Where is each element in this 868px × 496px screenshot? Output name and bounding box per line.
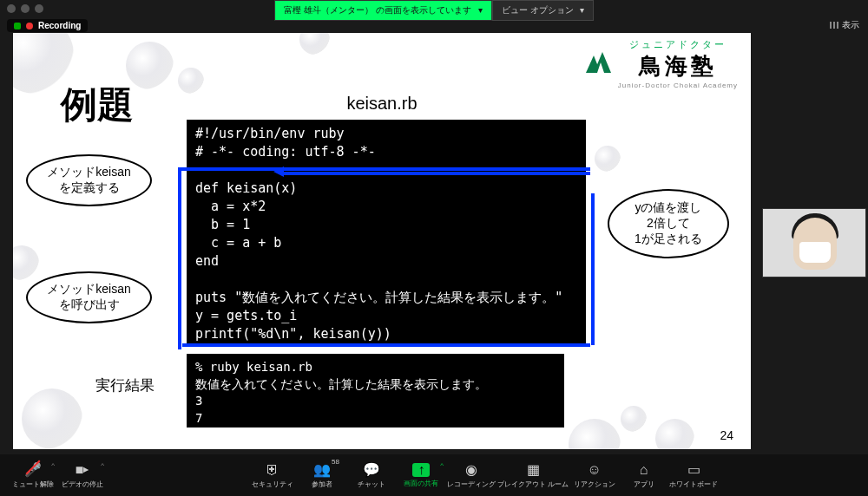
logo-title: 鳥海塾 xyxy=(618,51,738,82)
water-drop-decor xyxy=(22,388,82,449)
sharing-status-text: 富樫 雄斗（メンター） の画面を表示しています xyxy=(284,5,471,15)
close-dot[interactable] xyxy=(7,4,16,13)
share-icon: ↑ xyxy=(412,463,430,477)
participants-button[interactable]: 👥 58 参加者 xyxy=(299,456,346,494)
minimize-dot[interactable] xyxy=(21,4,30,13)
breakout-button[interactable]: ▦ ブレイクアウト ルーム xyxy=(497,456,569,494)
code-block-main: #!/usr/bin/env ruby # -*- coding: utf-8 … xyxy=(187,120,586,345)
callout-define-method: メソッドkeisan を定義する xyxy=(26,154,152,206)
record-label: レコーディング xyxy=(447,480,496,489)
apps-label: アプリ xyxy=(634,480,654,489)
whiteboard-icon: ▭ xyxy=(687,462,700,478)
callout-call-method: メソッドkeisan を呼び出す xyxy=(26,271,152,323)
recording-indicator: Recording xyxy=(7,19,88,32)
page-number: 24 xyxy=(720,428,733,442)
dropdown-icon: ▾ xyxy=(580,5,584,15)
chevron-up-icon[interactable]: ^ xyxy=(51,461,55,469)
result-label: 実行結果 xyxy=(95,375,155,395)
callout-text: yの値を渡し 2倍して 1が足される xyxy=(635,200,702,247)
arrow-head-icon xyxy=(273,166,284,177)
chevron-up-icon[interactable]: ^ xyxy=(440,461,444,469)
water-drop-decor xyxy=(13,245,39,280)
window-traffic-lights xyxy=(7,4,43,13)
breakout-label: ブレイクアウト ルーム xyxy=(497,480,569,489)
water-drop-decor xyxy=(178,68,204,94)
recording-label: Recording xyxy=(38,21,81,30)
view-label: 表示 xyxy=(842,19,859,31)
water-drop-decor xyxy=(655,419,694,449)
sharing-top-bar: 富樫 雄斗（メンター） の画面を表示しています ▾ ビュー オプション ▾ xyxy=(274,0,594,21)
record-button[interactable]: ◉ レコーディング xyxy=(447,456,496,494)
slide-title: 例題 xyxy=(61,81,134,129)
chat-button[interactable]: 💬 チャット xyxy=(348,456,396,494)
mute-button[interactable]: 🎤 ミュート解除 ^ xyxy=(9,456,56,494)
maximize-dot[interactable] xyxy=(35,4,43,13)
file-name: keisan.rb xyxy=(346,94,417,114)
people-icon: 👥 xyxy=(313,462,331,478)
sharing-status: 富樫 雄斗（メンター） の画面を表示しています ▾ xyxy=(274,0,492,21)
record-icon xyxy=(26,23,33,29)
shield-icon xyxy=(14,23,21,29)
smile-icon: ☺ xyxy=(587,462,601,478)
chat-label: チャット xyxy=(358,480,385,489)
highlight-bracket-right xyxy=(586,193,595,345)
chat-icon: 💬 xyxy=(363,462,380,478)
view-options-button[interactable]: ビュー オプション ▾ xyxy=(492,0,594,21)
mute-label: ミュート解除 xyxy=(12,480,54,489)
chevron-up-icon[interactable]: ^ xyxy=(101,461,104,469)
security-button[interactable]: ⛨ セキュリティ xyxy=(249,456,297,494)
participants-label: 参加者 xyxy=(312,480,332,489)
view-options-label: ビュー オプション xyxy=(502,5,574,15)
code-block-result: % ruby keisan.rb 数値を入れてください。計算した結果を表示します… xyxy=(187,354,564,427)
apps-icon: ⌂ xyxy=(640,462,648,478)
avatar-mask xyxy=(799,242,831,263)
water-drop-decor xyxy=(569,419,621,449)
security-label: セキュリティ xyxy=(252,480,293,489)
shared-slide: ジュニアドクター 鳥海塾 Junior-Doctor Chokai Academ… xyxy=(13,33,751,449)
callout-pass-value: yの値を渡し 2倍して 1が足される xyxy=(608,189,729,258)
view-toggle[interactable]: 表示 xyxy=(830,19,859,31)
callout-text: メソッドkeisan を呼び出す xyxy=(47,282,130,313)
participants-count: 58 xyxy=(332,458,339,466)
participant-video-thumbnail[interactable] xyxy=(762,208,866,277)
reactions-button[interactable]: ☺ リアクション xyxy=(570,456,618,494)
water-drop-decor xyxy=(299,33,330,55)
dropdown-icon[interactable]: ▾ xyxy=(478,5,483,15)
grid-icon: ▦ xyxy=(527,462,540,478)
video-button[interactable]: ■▶ ビデオの停止 ^ xyxy=(58,456,106,494)
apps-button[interactable]: ⌂ アプリ xyxy=(620,456,667,494)
water-drop-decor xyxy=(595,146,621,172)
whiteboard-button[interactable]: ▭ ホワイトボード xyxy=(669,456,718,494)
video-label: ビデオの停止 xyxy=(62,480,103,489)
share-screen-button[interactable]: ↑ 画面の共有 ^ xyxy=(398,456,445,494)
gallery-icon xyxy=(830,22,838,29)
academy-logo: ジュニアドクター 鳥海塾 Junior-Doctor Chokai Academ… xyxy=(618,38,738,89)
zoom-toolbar: 🎤 ミュート解除 ^ ■▶ ビデオの停止 ^ ⛨ セキュリティ 👥 58 参加者… xyxy=(0,454,868,496)
water-drop-decor xyxy=(621,406,647,432)
reactions-label: リアクション xyxy=(574,480,615,489)
logo-english: Junior-Doctor Chokai Academy xyxy=(618,82,738,89)
record-icon: ◉ xyxy=(465,462,477,478)
highlight-bracket-left xyxy=(178,167,187,349)
camera-icon: ■▶ xyxy=(76,462,89,478)
share-label: 画面の共有 xyxy=(404,479,438,488)
shield-icon: ⛨ xyxy=(266,462,279,478)
mountain-icon xyxy=(582,50,615,75)
callout-text: メソッドkeisan を定義する xyxy=(47,165,130,196)
whiteboard-label: ホワイトボード xyxy=(669,480,718,489)
logo-subtitle: ジュニアドクター xyxy=(618,38,738,51)
